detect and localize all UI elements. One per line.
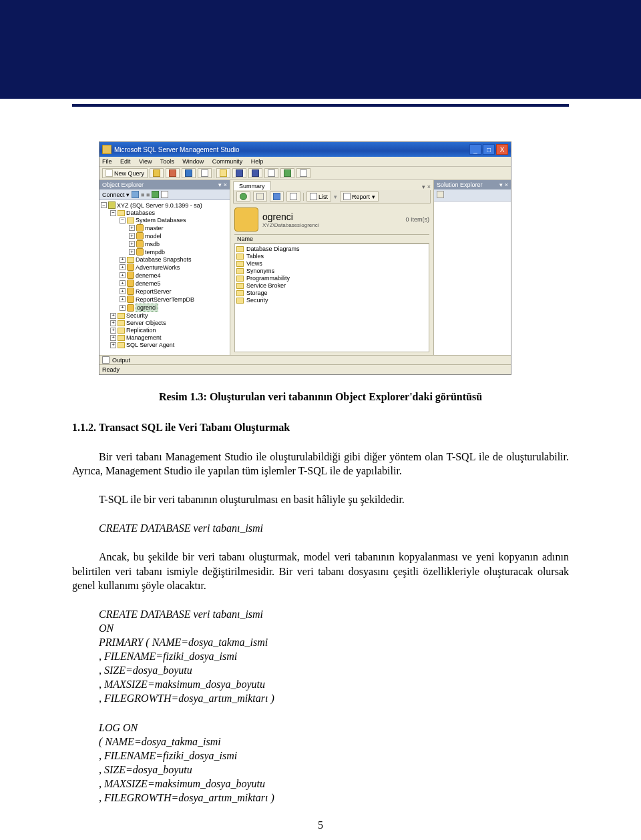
- nav-back-button[interactable]: [236, 191, 250, 201]
- summary-tab[interactable]: Summary: [233, 181, 271, 190]
- menu-view[interactable]: View: [139, 158, 152, 165]
- list-icon: [310, 193, 317, 200]
- tree-db-item[interactable]: +master: [129, 224, 228, 232]
- folder-icon: [236, 254, 244, 260]
- menu-help[interactable]: Help: [251, 158, 264, 165]
- menu-window[interactable]: Window: [182, 158, 204, 165]
- object-explorer-pane: Object Explorer ▾ × Connect ▾ ■ ■ −XYZ (…: [99, 180, 230, 355]
- folder-icon: [118, 320, 125, 326]
- tree-db-item[interactable]: +msdb: [129, 240, 228, 248]
- toolbar-icon[interactable]: [182, 168, 196, 178]
- new-query-button[interactable]: New Query: [102, 168, 148, 178]
- tree-server-item[interactable]: +SQL Server Agent: [110, 342, 228, 349]
- tree-db-item[interactable]: +tempdb: [129, 248, 228, 256]
- tree-server-item[interactable]: +Server Objects: [110, 320, 228, 327]
- tree-snapshots-node[interactable]: +Database Snapshots: [120, 256, 228, 264]
- db-icon: [127, 288, 134, 295]
- menu-edit[interactable]: Edit: [120, 158, 131, 165]
- tree-server-item[interactable]: +Security: [110, 312, 228, 320]
- close-button[interactable]: X: [496, 144, 508, 155]
- maximize-button[interactable]: □: [483, 144, 495, 155]
- db-icon: [127, 304, 134, 312]
- list-view-button[interactable]: List: [306, 191, 331, 201]
- database-large-icon: [234, 207, 258, 232]
- folder-icon: [236, 268, 244, 274]
- folder-icon: [118, 335, 125, 341]
- tree-db-item[interactable]: +deneme5: [120, 280, 228, 288]
- list-item[interactable]: Security: [236, 297, 427, 304]
- summary-list[interactable]: Database Diagrams Tables Views Synonyms …: [234, 244, 429, 352]
- toolbar-icon[interactable]: [296, 168, 310, 178]
- summary-list-header[interactable]: Name: [234, 234, 429, 244]
- toolbar-save[interactable]: [232, 168, 246, 178]
- db-icon: [127, 264, 134, 271]
- toolbar-icon[interactable]: [150, 168, 164, 178]
- list-item[interactable]: Views: [236, 260, 427, 268]
- list-item[interactable]: Service Broker: [236, 282, 427, 290]
- nav-history-button[interactable]: [253, 191, 267, 201]
- list-item[interactable]: Tables: [236, 253, 427, 260]
- toolbar-icon[interactable]: [280, 168, 294, 178]
- toolbar-open[interactable]: [216, 168, 230, 178]
- tree-db-item[interactable]: +ReportServerTempDB: [120, 296, 228, 304]
- pane-close-icon[interactable]: ▾ ×: [218, 181, 227, 188]
- tree-sysdb-node[interactable]: −System Databases: [120, 217, 228, 224]
- tree-db-item[interactable]: +ReportServer: [120, 288, 228, 296]
- toolbar-icon[interactable]: [264, 168, 278, 178]
- window-title: Microsoft SQL Server Management Studio: [114, 146, 240, 153]
- connect-icon[interactable]: [132, 191, 139, 198]
- connect-button[interactable]: Connect ▾: [102, 191, 130, 198]
- tree-db-item[interactable]: +model: [129, 232, 228, 240]
- tree-server-item[interactable]: +Management: [110, 334, 228, 342]
- object-explorer-tree[interactable]: −XYZ (SQL Server 9.0.1399 - sa) −Databas…: [99, 200, 230, 355]
- tree-server-item[interactable]: +Replication: [110, 327, 228, 334]
- list-item[interactable]: Programmability: [236, 275, 427, 282]
- solution-icon[interactable]: [437, 191, 444, 198]
- filter-icon[interactable]: [161, 191, 168, 198]
- page-icon: [105, 169, 113, 177]
- refresh-button[interactable]: [270, 191, 284, 201]
- list-item[interactable]: Storage: [236, 290, 427, 297]
- toolbar-icon[interactable]: [166, 168, 180, 178]
- db-icon: [136, 232, 144, 240]
- figure-caption: Resim 1.3: Oluşturulan veri tabanının Ob…: [72, 391, 569, 403]
- tab-close-icon[interactable]: ▾ ×: [422, 183, 431, 190]
- summary-breadcrumb: XYZ\Databases\ogrenci: [262, 222, 401, 228]
- folder-icon: [118, 210, 125, 216]
- refresh-icon[interactable]: [152, 191, 159, 198]
- list-item[interactable]: Database Diagrams: [236, 246, 427, 253]
- pane-close-icon[interactable]: ▾ ×: [499, 181, 508, 188]
- menu-community[interactable]: Community: [212, 158, 243, 165]
- save-icon: [236, 169, 243, 177]
- report-icon: [343, 193, 351, 200]
- tree-db-item[interactable]: +AdventureWorks: [120, 264, 228, 272]
- history-icon: [256, 193, 264, 200]
- report-button[interactable]: Report ▾: [340, 191, 379, 201]
- output-bar[interactable]: Output: [99, 355, 511, 364]
- toolbar-icon[interactable]: [198, 168, 212, 178]
- minimize-button[interactable]: _: [469, 144, 481, 155]
- folder-icon: [118, 328, 125, 334]
- folder-icon: [127, 257, 134, 263]
- tree-db-selected[interactable]: +ogrenci: [120, 304, 228, 312]
- list-item[interactable]: Synonyms: [236, 268, 427, 275]
- solution-explorer-body: [434, 201, 511, 355]
- section-heading: 1.1.2. Transact SQL ile Veri Tabanı Oluş…: [72, 422, 569, 434]
- menu-file[interactable]: File: [102, 158, 112, 165]
- tree-db-item[interactable]: +deneme4: [120, 272, 228, 280]
- status-bar: Ready: [99, 364, 511, 374]
- save-all-icon: [252, 169, 259, 177]
- toolbar-saveall[interactable]: [248, 168, 262, 178]
- tree-databases-node[interactable]: −Databases: [110, 209, 228, 217]
- summary-toolbar: List ▾ Report ▾: [233, 190, 431, 203]
- folder-icon: [236, 276, 244, 282]
- object-explorer-header: Object Explorer ▾ ×: [99, 180, 230, 189]
- header-banner: [0, 0, 641, 99]
- menu-tools[interactable]: Tools: [160, 158, 174, 165]
- header-divider: [0, 99, 641, 104]
- paragraph: T-SQL ile bir veri tabanının oluşturulma…: [72, 492, 569, 506]
- page-icon: [201, 169, 208, 177]
- tree-server-node[interactable]: −XYZ (SQL Server 9.0.1399 - sa): [101, 201, 228, 209]
- db-icon: [127, 272, 134, 279]
- filter-button[interactable]: [286, 191, 300, 201]
